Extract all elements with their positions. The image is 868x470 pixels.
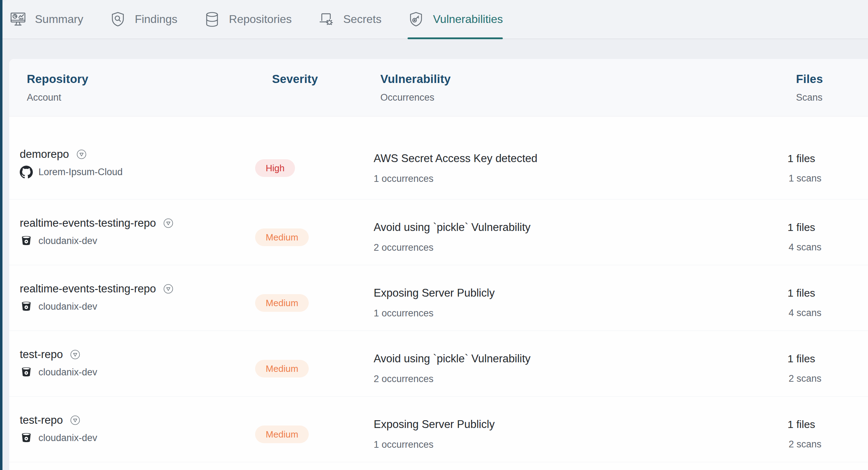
bucket-icon <box>20 366 33 379</box>
repository-cell: test-repo c <box>20 348 253 379</box>
table-row[interactable]: demorepo Lorem-Ipsum-Cloud <box>9 127 868 200</box>
left-nav-rail <box>0 0 2 470</box>
severity-cell: Medium <box>253 426 369 443</box>
account-name: Lorem-Ipsum-Cloud <box>38 167 123 178</box>
files-cell: 1 files 2 scans <box>788 353 868 384</box>
table-row[interactable]: test-repo c <box>9 331 868 397</box>
severity-cell: Medium <box>253 294 369 312</box>
occurrences-count: 2 occurrences <box>374 374 788 385</box>
severity-cell: Medium <box>253 360 369 377</box>
files-cell: 1 files 2 scans <box>788 418 868 450</box>
table-header: Repository Account Severity Vulnerabilit… <box>9 59 868 117</box>
column-header-vulnerability[interactable]: Vulnerability Occurrences <box>369 72 788 103</box>
account-name: cloudanix-dev <box>38 367 97 378</box>
repository-cell: realtime-events-testing-repo <box>20 282 253 313</box>
account-name: cloudanix-dev <box>38 301 97 312</box>
files-count: 1 files <box>788 153 868 165</box>
tab-summary[interactable]: Summary <box>10 0 83 38</box>
repository-name[interactable]: test-repo <box>20 414 63 427</box>
repository-cell: realtime-events-testing-repo <box>20 217 253 248</box>
tab-bar: Summary Findings Repositories <box>2 0 868 39</box>
severity-badge: Medium <box>255 360 309 377</box>
vulnerability-title[interactable]: AWS Secret Access Key detected <box>374 152 788 165</box>
bucket-icon <box>20 300 33 313</box>
vulnerability-cell: Exposing Server Publicly 1 occurrences <box>369 287 788 319</box>
column-header-files[interactable]: Files Scans <box>788 72 868 103</box>
repositories-icon <box>204 11 221 28</box>
table-body: demorepo Lorem-Ipsum-Cloud <box>9 117 868 462</box>
tab-label: Summary <box>35 13 83 26</box>
severity-cell: Medium <box>253 228 369 246</box>
vulnerability-title[interactable]: Exposing Server Publicly <box>374 418 788 431</box>
scans-count: 1 scans <box>788 173 868 184</box>
column-header-repository[interactable]: Repository Account <box>27 72 253 103</box>
bucket-icon <box>20 432 33 445</box>
bucket-icon <box>20 234 33 248</box>
tab-secrets[interactable]: Secrets <box>318 0 381 38</box>
tab-label: Vulnerabilities <box>433 13 503 26</box>
repository-cell: demorepo Lorem-Ipsum-Cloud <box>20 148 253 179</box>
github-icon <box>20 166 33 179</box>
files-count: 1 files <box>788 221 868 233</box>
occurrences-count: 1 occurrences <box>374 308 788 319</box>
vulnerabilities-table: Repository Account Severity Vulnerabilit… <box>9 59 868 470</box>
occurrences-count: 2 occurrences <box>374 242 788 253</box>
vulnerabilities-icon <box>408 11 424 28</box>
scans-count: 2 scans <box>788 439 868 450</box>
expand-icon[interactable] <box>76 148 88 160</box>
account-name: cloudanix-dev <box>38 433 97 444</box>
secrets-icon <box>318 11 335 28</box>
repository-name[interactable]: realtime-events-testing-repo <box>20 282 156 295</box>
expand-icon[interactable] <box>69 349 81 361</box>
files-count: 1 files <box>788 353 868 365</box>
vulnerability-title[interactable]: Avoid using `pickle` Vulnerability <box>374 352 788 365</box>
tab-vulnerabilities[interactable]: Vulnerabilities <box>408 0 503 38</box>
tab-label: Secrets <box>343 13 381 26</box>
vulnerability-title[interactable]: Exposing Server Publicly <box>374 287 788 299</box>
severity-badge: High <box>255 159 295 177</box>
severity-badge: Medium <box>255 294 309 312</box>
files-cell: 1 files 4 scans <box>788 287 868 319</box>
tab-repositories[interactable]: Repositories <box>204 0 292 38</box>
severity-badge: Medium <box>255 426 309 443</box>
vulnerability-cell: Exposing Server Publicly 1 occurrences <box>369 418 788 450</box>
table-row[interactable]: test-repo c <box>9 397 868 462</box>
tab-label: Repositories <box>229 13 292 26</box>
expand-icon[interactable] <box>69 414 81 426</box>
column-header-severity[interactable]: Severity <box>253 72 369 103</box>
severity-cell: High <box>253 159 369 177</box>
expand-icon[interactable] <box>162 217 174 229</box>
table-row[interactable]: realtime-events-testing-repo <box>9 265 868 331</box>
repository-name[interactable]: demorepo <box>20 148 69 161</box>
repository-cell: test-repo c <box>20 414 253 445</box>
findings-icon <box>109 11 126 28</box>
tab-findings[interactable]: Findings <box>109 0 177 38</box>
severity-badge: Medium <box>255 228 309 246</box>
occurrences-count: 1 occurrences <box>374 173 788 184</box>
vulnerability-title[interactable]: Avoid using `pickle` Vulnerability <box>374 221 788 234</box>
scans-count: 4 scans <box>788 308 868 319</box>
vulnerability-cell: Avoid using `pickle` Vulnerability 2 occ… <box>369 352 788 385</box>
table-row[interactable]: realtime-events-testing-repo <box>9 200 868 265</box>
files-cell: 1 files 4 scans <box>788 221 868 253</box>
vulnerability-cell: Avoid using `pickle` Vulnerability 2 occ… <box>369 221 788 253</box>
repository-name[interactable]: realtime-events-testing-repo <box>20 217 156 230</box>
account-name: cloudanix-dev <box>38 236 97 246</box>
summary-icon <box>10 11 26 28</box>
repository-name[interactable]: test-repo <box>20 348 63 361</box>
occurrences-count: 1 occurrences <box>374 439 788 450</box>
files-count: 1 files <box>788 418 868 430</box>
scans-count: 4 scans <box>788 242 868 253</box>
tab-label: Findings <box>135 13 177 26</box>
files-cell: 1 files 1 scans <box>788 153 868 184</box>
expand-icon[interactable] <box>162 283 174 295</box>
scans-count: 2 scans <box>788 373 868 384</box>
files-count: 1 files <box>788 287 868 299</box>
vulnerability-cell: AWS Secret Access Key detected 1 occurre… <box>369 152 788 184</box>
